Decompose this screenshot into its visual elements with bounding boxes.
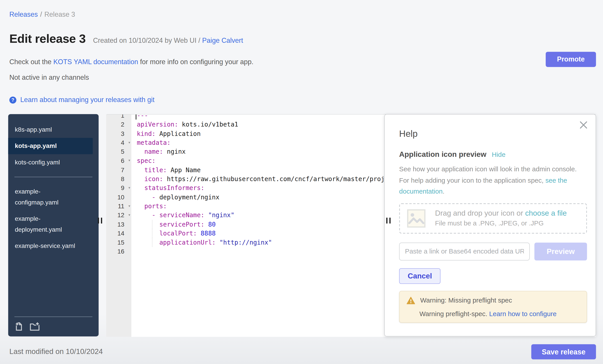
code-text: title: App Name	[131, 165, 201, 175]
file-item[interactable]: example-service.yaml	[8, 238, 93, 254]
file-item-selected[interactable]: kots-app.yaml	[8, 138, 93, 154]
code-text: localPort: 8888	[131, 229, 216, 238]
code-text: statusInformers:	[131, 184, 205, 193]
cancel-button[interactable]: Cancel	[399, 268, 441, 284]
fold-arrow-icon[interactable]: ▾	[128, 211, 130, 220]
code-text: applicationUrl: "http://nginx"	[131, 238, 272, 247]
docs-suffix: for more info on configuring your app.	[138, 58, 253, 66]
page: Releases/Release 3 Edit release 3 Create…	[0, 0, 603, 364]
code-text: apiVersion: kots.io/v1beta1	[131, 120, 238, 129]
section-title: Application icon preview	[399, 150, 486, 159]
line-number: 10	[106, 193, 131, 202]
add-folder-icon[interactable]	[30, 322, 40, 331]
code-text: spec:	[131, 156, 156, 165]
file-list: k8s-app.yamlkots-app.yamlkots-config.yam…	[8, 121, 99, 254]
line-number: 16	[106, 247, 131, 256]
breadcrumb-current: Release 3	[44, 11, 75, 18]
line-number: 9▾	[106, 184, 131, 193]
warning-icon	[406, 297, 415, 304]
docs-note: Check out the KOTS YAML documentation fo…	[9, 58, 253, 66]
line-number: 6▾	[106, 156, 131, 165]
created-info: Created on 10/10/2024 by Web UI / Paige …	[93, 36, 243, 45]
kots-yaml-docs-link[interactable]: KOTS YAML documentation	[53, 58, 138, 66]
close-icon[interactable]	[579, 121, 588, 129]
git-help-row: ? Learn about managing your releases wit…	[9, 96, 154, 104]
code-text: ---	[131, 114, 148, 120]
hide-link[interactable]: Hide	[492, 151, 506, 159]
help-title: Help	[399, 129, 586, 139]
code-text	[131, 247, 137, 256]
page-header: Edit release 3 Created on 10/10/2024 by …	[9, 32, 243, 46]
choose-file-link[interactable]: choose a file	[525, 209, 567, 217]
git-help-link[interactable]: Learn about managing your releases with …	[20, 96, 154, 104]
save-release-button[interactable]: Save release	[531, 344, 596, 359]
line-number: 3	[106, 129, 131, 138]
file-item[interactable]: example- deployment.yaml	[8, 211, 93, 238]
image-placeholder-icon	[407, 209, 426, 228]
url-row: Preview	[399, 242, 587, 260]
icon-url-input[interactable]	[399, 242, 530, 260]
preview-button[interactable]: Preview	[534, 242, 587, 260]
text-cursor	[136, 114, 136, 120]
icon-dropzone[interactable]: Drag and drop your icon or choose a file…	[399, 203, 587, 233]
created-text: Created on 10/10/2024 by Web UI /	[93, 36, 200, 44]
fold-arrow-icon[interactable]: ▾	[128, 156, 130, 165]
icon-preview-section-header: Application icon preview Hide	[399, 150, 586, 159]
add-file-icon[interactable]	[14, 322, 23, 331]
code-text: servicePort: 80	[131, 220, 216, 229]
file-list-divider	[14, 177, 93, 177]
breadcrumb-separator: /	[40, 11, 42, 18]
line-number: 2	[106, 120, 131, 129]
drop-hint: File must be a .PNG, .JPEG, or .JPG	[435, 220, 567, 227]
learn-configure-link[interactable]: Learn how to configure	[489, 310, 557, 318]
page-title: Edit release 3	[9, 32, 86, 46]
help-description: See how your application icon will look …	[399, 164, 579, 197]
drop-text: Drag and drop your icon or	[435, 209, 525, 217]
code-text: name: nginx	[131, 147, 186, 156]
code-text: kind: Application	[131, 129, 201, 138]
line-number: 4▾	[106, 138, 131, 147]
file-item[interactable]: k8s-app.yaml	[8, 121, 93, 138]
line-number: 1	[106, 114, 131, 120]
line-number: 11▾	[106, 202, 131, 211]
breadcrumb: Releases/Release 3	[9, 11, 75, 19]
breadcrumb-releases-link[interactable]: Releases	[9, 11, 38, 18]
line-number: 8	[106, 175, 131, 184]
fold-arrow-icon[interactable]: ▾	[128, 184, 130, 193]
warning-detail: Warning preflight-spec. Learn how to con…	[419, 310, 580, 318]
warning-title: Warning: Missing preflight spec	[420, 297, 512, 304]
help-panel-resize-handle[interactable]	[386, 218, 391, 223]
sidebar-actions	[14, 322, 93, 331]
fold-arrow-icon[interactable]: ▾	[128, 138, 130, 147]
code-text: ports:	[131, 202, 167, 211]
help-body-suffix: .	[443, 188, 444, 195]
code-text: metadata:	[131, 138, 171, 147]
code-text: - serviceName: "nginx"	[131, 211, 234, 220]
promote-button[interactable]: Promote	[546, 52, 596, 67]
sidebar-divider	[14, 317, 93, 317]
file-sidebar: k8s-app.yamlkots-app.yamlkots-config.yam…	[8, 114, 99, 336]
line-number: 13	[106, 220, 131, 229]
line-number: 12▾	[106, 211, 131, 220]
sidebar-bottom	[8, 317, 99, 336]
line-number: 7	[106, 165, 131, 175]
help-panel: Help Application icon preview Hide See h…	[384, 114, 596, 336]
created-by-link[interactable]: Paige Calvert	[202, 36, 243, 44]
workspace: k8s-app.yamlkots-app.yamlkots-config.yam…	[8, 114, 596, 336]
fold-arrow-icon[interactable]: ▾	[128, 202, 130, 211]
file-item[interactable]: example- configmap.yaml	[8, 183, 93, 210]
dropzone-text: Drag and drop your icon or choose a file…	[435, 209, 567, 227]
line-number: 14	[106, 229, 131, 238]
last-modified-text: Last modified on 10/10/2024	[9, 347, 103, 356]
line-number: 5	[106, 147, 131, 156]
file-item[interactable]: kots-config.yaml	[8, 154, 93, 170]
question-circle-icon: ?	[9, 97, 16, 103]
line-number: 15	[106, 238, 131, 247]
warning-prefix: Warning preflight-spec.	[419, 310, 489, 318]
preflight-warning: Warning: Missing preflight spec Warning …	[399, 291, 587, 323]
docs-prefix: Check out the	[9, 58, 53, 66]
channel-status: Not active in any channels	[9, 74, 89, 82]
code-text: - deployment/nginx	[131, 193, 220, 202]
sidebar-resize-handle[interactable]	[98, 218, 102, 223]
code-text: icon: https://raw.githubusercontent.com/…	[131, 175, 400, 184]
